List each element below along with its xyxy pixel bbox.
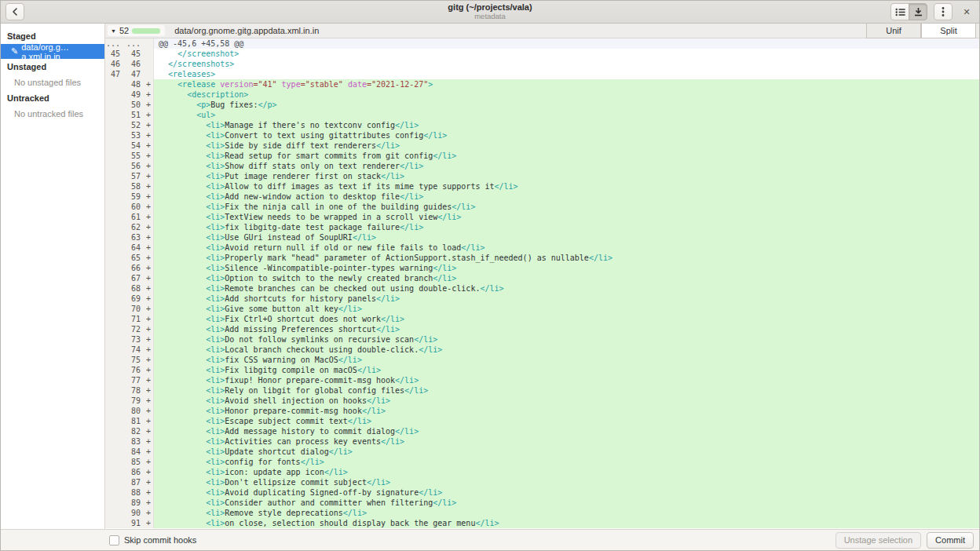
- diff-line[interactable]: 52+ <li>Manage if there's no textconv co…: [105, 120, 979, 130]
- diff-line[interactable]: 59+ <li>Add new-window action to desktop…: [105, 192, 979, 202]
- sidebar-item-staged-file[interactable]: ✎ data/org.g…a.xml.in.in: [1, 44, 104, 59]
- line-content: <li>fix CSS warning on MacOS</li>: [154, 355, 979, 365]
- split-view-button[interactable]: Split: [921, 23, 976, 38]
- close-icon: ✕: [963, 7, 970, 17]
- old-line-number: [105, 314, 124, 324]
- old-line-number: [105, 151, 124, 161]
- new-line-number: 52: [124, 120, 144, 130]
- save-patch-button[interactable]: [909, 3, 927, 20]
- old-line-number: [105, 324, 124, 334]
- diff-line[interactable]: 77+ <li>fixup! Honor prepare-commit-msg …: [105, 375, 979, 385]
- diff-line[interactable]: 86+ <li>icon: update app icon</li>: [105, 467, 979, 477]
- line-marker: +: [144, 192, 154, 202]
- diff-line[interactable]: 91+ <li>on close, selection should displ…: [105, 518, 979, 528]
- commit-action-bar: Skip commit hooks Unstage selection Comm…: [1, 529, 979, 550]
- diff-line[interactable]: 55+ <li>Read setup for smart commits fro…: [105, 151, 979, 161]
- commit-button[interactable]: Commit: [927, 532, 974, 549]
- diff-line[interactable]: 84+ <li>Update shortcut dialog</li>: [105, 447, 979, 457]
- new-line-number: 46: [124, 59, 144, 69]
- diff-line[interactable]: 88+ <li>Avoid duplicating Signed-off-by …: [105, 487, 979, 498]
- diff-line[interactable]: 61+ <li>TextView needs to be wrapped in …: [105, 212, 979, 222]
- diff-line[interactable]: 68+ <li>Remote branches can be checked o…: [105, 283, 979, 294]
- diff-line[interactable]: 66+ <li>Silence -Wincompatible-pointer-t…: [105, 263, 979, 273]
- diff-line[interactable]: 74+ <li>Local branch checkout using doub…: [105, 345, 979, 355]
- new-line-number: 77: [124, 375, 144, 385]
- line-content: <li>Add shortcuts for history panels</li…: [154, 294, 979, 304]
- line-content: @@ -45,6 +45,58 @@: [154, 38, 979, 49]
- diff-line[interactable]: 81+ <li>Escape subject commit text</li>: [105, 416, 979, 426]
- diff-line[interactable]: 78+ <li>Rely on libgit for global config…: [105, 385, 979, 396]
- line-marker: +: [144, 416, 154, 426]
- diff-line[interactable]: 58+ <li>Allow to diff images as text if …: [105, 181, 979, 192]
- line-content: <release version="41" type="stable" date…: [154, 79, 979, 89]
- diff-line[interactable]: 54+ <li>Side by side diff text renderers…: [105, 140, 979, 151]
- unstage-selection-button[interactable]: Unstage selection: [836, 532, 921, 549]
- back-button[interactable]: [5, 3, 24, 20]
- diff-expander[interactable]: ▼ 52: [108, 25, 165, 36]
- diff-line[interactable]: 75+ <li>fix CSS warning on MacOS</li>: [105, 355, 979, 365]
- diff-line[interactable]: 49+ <description>: [105, 89, 979, 100]
- diff-line[interactable]: 50+ <p>Bug fixes:</p>: [105, 100, 979, 110]
- diff-line[interactable]: 53+ <li>Convert to text using gitattribu…: [105, 130, 979, 140]
- diff-line[interactable]: 72+ <li>Add missing Preferences shortcut…: [105, 324, 979, 334]
- diff-line[interactable]: 4747 <releases>: [105, 69, 979, 79]
- diff-line[interactable]: 4545 </screenshot>: [105, 49, 979, 59]
- line-content: <li>Convert to text using gitattributes …: [154, 130, 979, 140]
- line-marker: +: [144, 406, 154, 416]
- content-area: Staged ✎ data/org.g…a.xml.in.in Unstaged…: [1, 24, 979, 529]
- old-line-number: [105, 375, 124, 385]
- diff-line[interactable]: 63+ <li>Use GUri instead of SoupURI</li>: [105, 232, 979, 243]
- menu-button[interactable]: [934, 3, 953, 20]
- diff-line[interactable]: 76+ <li>Fix libgitg compile on macOS</li…: [105, 365, 979, 375]
- diff-line[interactable]: 56+ <li>Show diff stats only on text ren…: [105, 161, 979, 171]
- diff-line[interactable]: 90+ <li>Remove style deprecations</li>: [105, 508, 979, 518]
- new-line-number: 84: [124, 447, 144, 457]
- window-title: gitg (~/projects/vala): [1, 2, 979, 13]
- skip-commit-hooks-checkbox[interactable]: Skip commit hooks: [109, 535, 196, 546]
- line-marker: +: [144, 232, 154, 243]
- line-marker: +: [144, 375, 154, 385]
- download-icon: [913, 7, 923, 16]
- diff-line[interactable]: 64+ <li>Avoid return null if old or new …: [105, 243, 979, 253]
- old-line-number: [105, 222, 124, 232]
- diff-line[interactable]: 67+ <li>Option to switch to the newly cr…: [105, 273, 979, 283]
- old-line-number: 46: [105, 59, 124, 69]
- diff-line[interactable]: 69+ <li>Add shortcuts for history panels…: [105, 294, 979, 304]
- diff-line[interactable]: 48+ <release version="41" type="stable" …: [105, 79, 979, 89]
- line-content: <li>Rely on libgit for global config fil…: [154, 385, 979, 396]
- diff-line[interactable]: 87+ <li>Don't ellipsize commit subject</…: [105, 477, 979, 487]
- new-line-number: 75: [124, 355, 144, 365]
- diff-line[interactable]: 83+ <li>Activities can process key event…: [105, 436, 979, 447]
- old-line-number: [105, 263, 124, 273]
- header-actions: ✕: [890, 3, 975, 20]
- diff-line[interactable]: 80+ <li>Honor prepare-commit-msg hook</l…: [105, 406, 979, 416]
- line-content: <li>Avoid return null if old or new file…: [154, 243, 979, 253]
- diff-line[interactable]: 73+ <li>Do not follow symlinks on recurs…: [105, 334, 979, 345]
- old-line-number: [105, 89, 124, 100]
- diff-line[interactable]: 65+ <li>Properly mark "head" parameter o…: [105, 253, 979, 263]
- diff-line[interactable]: 82+ <li>Add message history to commit di…: [105, 426, 979, 436]
- old-line-number: [105, 447, 124, 457]
- line-marker: +: [144, 518, 154, 528]
- window-close-button[interactable]: ✕: [959, 4, 975, 20]
- diff-line[interactable]: 79+ <li>Avoid shell injection on hooks</…: [105, 396, 979, 406]
- diff-line[interactable]: 85+ <li>config for fonts</li>: [105, 457, 979, 467]
- checkbox-box[interactable]: [109, 535, 119, 546]
- diff-line[interactable]: 89+ <li>Consider author and committer wh…: [105, 498, 979, 508]
- list-view-button[interactable]: [890, 3, 909, 20]
- diff-line[interactable]: 51+ <ul>: [105, 110, 979, 120]
- diff-line[interactable]: 57+ <li>Put image renderer first on stac…: [105, 171, 979, 181]
- diff-line[interactable]: 62+ <li>fix libgitg-date test package fa…: [105, 222, 979, 232]
- line-marker: +: [144, 457, 154, 467]
- diff-line[interactable]: 4646 </screenshots>: [105, 59, 979, 69]
- diff-line[interactable]: 60+ <li>Fix the ninja call in one of the…: [105, 202, 979, 212]
- new-line-number: 61: [124, 212, 144, 222]
- diff-line[interactable]: 71+ <li>Fix Ctrl+O shortcut does not wor…: [105, 314, 979, 324]
- edit-file-icon: ✎: [11, 47, 18, 56]
- unified-view-button[interactable]: Unif: [866, 23, 921, 38]
- line-content: <li>Read setup for smart commits from gi…: [154, 151, 979, 161]
- line-content: <li>Escape subject commit text</li>: [154, 416, 979, 426]
- diff-hunk-header[interactable]: ......@@ -45,6 +45,58 @@: [105, 38, 979, 49]
- new-line-number: 83: [124, 436, 144, 447]
- diff-line[interactable]: 70+ <li>Give some button alt key</li>: [105, 304, 979, 314]
